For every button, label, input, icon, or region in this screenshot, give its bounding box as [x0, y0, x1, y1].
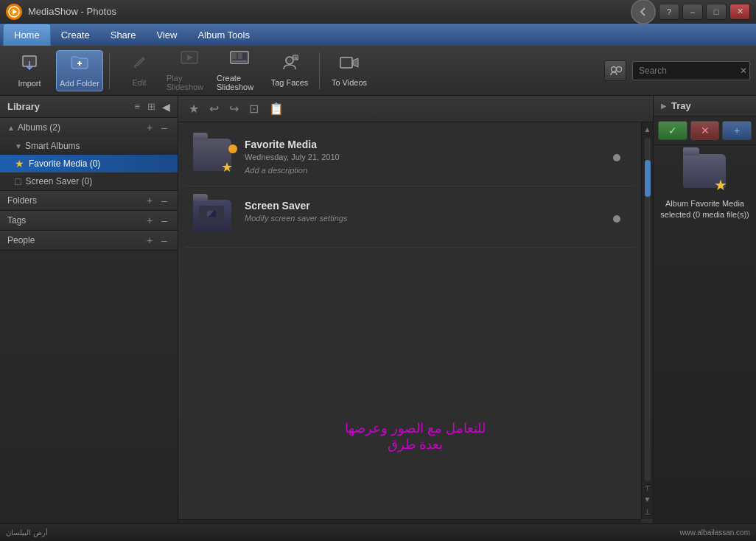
svg-rect-12 [232, 60, 247, 62]
tray-actions: ✓ ✕ + [654, 116, 756, 145]
scroll-up-button[interactable]: ▲ [644, 122, 651, 136]
view-toggle-icon[interactable]: ⊡ [246, 100, 262, 117]
menu-create[interactable]: Create [51, 24, 100, 46]
create-slideshow-label: Create Slideshow [217, 74, 262, 91]
redo-icon[interactable]: ↪ [226, 100, 242, 117]
album-name-screen-saver: Screen Saver [245, 200, 628, 212]
app-logo [6, 4, 22, 20]
scrollbar-thumb[interactable] [645, 160, 651, 197]
folders-actions: + – [144, 195, 170, 206]
to-videos-icon [340, 55, 359, 75]
tag-faces-label: Tag Faces [271, 78, 309, 87]
svg-rect-10 [232, 53, 237, 59]
sidebar-people-header[interactable]: People + – [0, 231, 178, 250]
clipboard-icon[interactable]: 📋 [266, 100, 287, 117]
album-item-favorite-media[interactable]: ★ Favorite Media Wednesday, July 21, 201… [186, 130, 635, 186]
svg-marker-1 [13, 9, 17, 15]
add-folder-icon [70, 54, 89, 76]
smart-albums-header[interactable]: ▼ Smart Albums [0, 137, 178, 155]
edit-button[interactable]: Edit [116, 50, 163, 91]
people-add-button[interactable]: + [144, 234, 155, 246]
search-clear-icon[interactable]: ✕ [740, 66, 747, 76]
window-controls: ? – □ ✕ [631, 0, 750, 24]
content-toolbar: ★ ↩ ↪ ⊡ 📋 [178, 96, 653, 122]
favorite-icon[interactable]: ★ [186, 100, 202, 117]
toolbar-sep-1 [109, 52, 110, 89]
sidebar-albums-section: ▲ Albums (2) + – ▼ Smart Albums ★ Favori… [0, 118, 178, 191]
menu-album-tools[interactable]: Album Tools [187, 24, 260, 46]
play-slideshow-button[interactable]: Play Slideshow [166, 50, 213, 91]
folders-remove-button[interactable]: – [158, 195, 170, 206]
to-videos-button[interactable]: To Videos [326, 50, 373, 91]
sidebar-item-favorite-media[interactable]: ★ Favorite Media (0) [0, 155, 178, 172]
play-slideshow-label: Play Slideshow [167, 74, 212, 91]
sidebar-folders-header[interactable]: Folders + – [0, 191, 178, 210]
tray-remove-button[interactable]: ✕ [690, 121, 720, 140]
minimize-button[interactable]: – [682, 4, 703, 20]
scrollbar-track[interactable] [645, 138, 651, 481]
maximize-button[interactable]: □ [706, 4, 727, 20]
favorite-media-label: Favorite Media (0) [29, 158, 100, 169]
sidebar-collapse-button[interactable]: ◀ [162, 101, 170, 113]
sidebar-albums-header[interactable]: ▲ Albums (2) + – [0, 118, 178, 137]
tag-faces-icon: tag [281, 55, 298, 75]
toolbar: Import Add Folder Edit Play [0, 46, 756, 96]
tag-faces-button[interactable]: tag Tag Faces [266, 50, 313, 91]
sidebar-item-screen-saver[interactable]: □ Screen Saver (0) [0, 172, 178, 190]
title-bar: MediaShow - Photos ? – □ ✕ [0, 0, 756, 24]
tray-folder-icon: ★ [683, 154, 727, 194]
menu-view[interactable]: View [146, 24, 187, 46]
tags-remove-button[interactable]: – [158, 214, 170, 226]
tags-add-button[interactable]: + [144, 214, 155, 226]
tags-label: Tags [7, 215, 144, 226]
svg-marker-17 [353, 58, 358, 67]
sidebar-folders-section: Folders + – [0, 191, 178, 211]
back-button[interactable] [631, 0, 656, 24]
album-info-favorite-media: Favorite Media Wednesday, July 21, 2010 … [245, 139, 628, 175]
edit-label: Edit [133, 78, 147, 87]
sidebar-tags-header[interactable]: Tags + – [0, 211, 178, 230]
undo-icon[interactable]: ↩ [206, 100, 222, 117]
album-icon-screen-saver [193, 200, 234, 238]
scroll-bottom-end-button[interactable]: ⊥ [644, 505, 651, 519]
albums-remove-button[interactable]: – [158, 122, 170, 133]
svg-line-6 [134, 66, 136, 68]
screen-saver-settings-indicator [613, 215, 620, 223]
screen-saver-label: Screen Saver (0) [25, 176, 92, 186]
tray-confirm-button[interactable]: ✓ [658, 121, 687, 140]
sidebar-tags-section: Tags + – [0, 211, 178, 231]
album-date-favorite-media: Wednesday, July 21, 2010 [245, 153, 628, 161]
close-button[interactable]: ✕ [729, 4, 750, 20]
tray-add-button[interactable]: + [722, 121, 752, 140]
play-slideshow-icon [181, 50, 198, 71]
add-folder-button[interactable]: Add Folder [56, 50, 103, 91]
create-slideshow-button[interactable]: Create Slideshow [216, 50, 263, 91]
sidebar-title: Library [7, 101, 132, 112]
menu-share[interactable]: Share [100, 24, 147, 46]
scroll-down-button[interactable]: ▼ [644, 494, 651, 505]
people-label: People [7, 235, 144, 245]
sidebar: Library ≡ ⊞ ◀ ▲ Albums (2) + – ▼ Smart A… [0, 96, 178, 541]
smart-albums-arrow: ▼ [15, 142, 22, 150]
album-info-screen-saver: Screen Saver Modify screen saver setting… [245, 200, 628, 223]
svg-point-19 [617, 66, 622, 71]
folders-add-button[interactable]: + [144, 195, 155, 206]
sidebar-header: Library ≡ ⊞ ◀ [0, 96, 178, 118]
search-container: ✕ [604, 60, 750, 81]
albums-label: Albums (2) [18, 122, 144, 133]
people-remove-button[interactable]: – [158, 234, 170, 246]
scroll-top-end-button[interactable]: ⊤ [644, 483, 651, 494]
face-search-button[interactable] [604, 60, 626, 81]
help-button[interactable]: ? [659, 4, 679, 20]
import-button[interactable]: Import [6, 50, 53, 91]
sidebar-list-view-icon[interactable]: ≡ [132, 100, 142, 113]
menu-home[interactable]: Home [3, 24, 51, 46]
sidebar-people-section: People + – [0, 231, 178, 251]
album-star-icon: ★ [221, 159, 233, 175]
favorite-media-icon: ★ [15, 158, 24, 170]
search-input[interactable] [632, 61, 750, 80]
album-item-screen-saver[interactable]: Screen Saver Modify screen saver setting… [186, 191, 635, 248]
sidebar-grid-view-icon[interactable]: ⊞ [145, 100, 158, 113]
albums-add-button[interactable]: + [144, 122, 155, 133]
menu-bar: Home Create Share View Album Tools [0, 24, 756, 46]
